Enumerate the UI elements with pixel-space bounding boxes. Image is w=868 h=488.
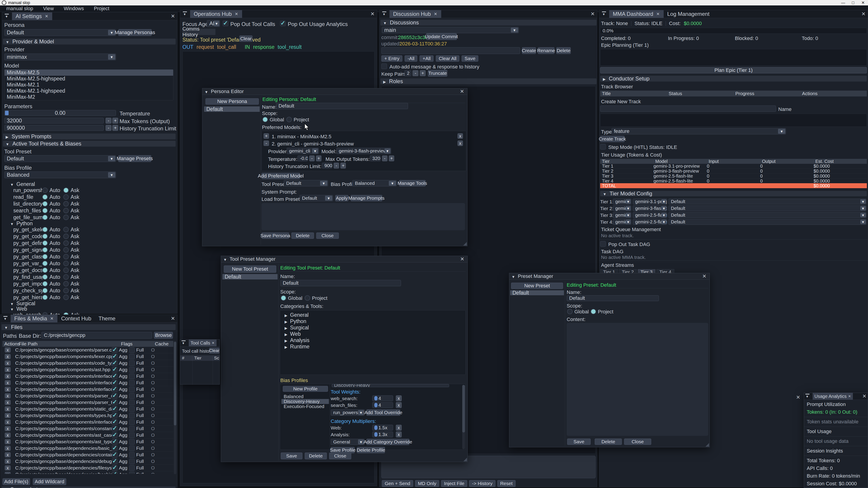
keep-pairs-input[interactable]: 2: [404, 70, 411, 76]
tier-provider-select[interactable]: gemini: [613, 212, 631, 218]
manage-personas-button[interactable]: Manage Personas: [118, 29, 152, 36]
ask-radio[interactable]: [63, 267, 69, 273]
dialog-close-icon[interactable]: [702, 273, 707, 279]
remove-file-button[interactable]: x: [5, 400, 11, 405]
temperature-input[interactable]: -0.0: [298, 156, 308, 161]
discussion-action-button[interactable]: Reset: [497, 480, 516, 487]
tab-discussion-hub[interactable]: Discussion Hub: [390, 10, 441, 18]
remove-file-button[interactable]: x: [5, 420, 11, 424]
preset-list-item[interactable]: Default: [510, 290, 564, 295]
entry-button[interactable]: +All: [420, 55, 434, 62]
tab-theme[interactable]: Theme: [95, 315, 119, 322]
full-checkbox[interactable]: [129, 354, 135, 359]
scope-global-radio[interactable]: [262, 117, 268, 122]
agg-checkbox[interactable]: [112, 459, 118, 464]
persona-name-input[interactable]: Default: [276, 103, 408, 109]
tab-close-icon[interactable]: [44, 13, 49, 19]
remove-file-button[interactable]: x: [5, 361, 11, 365]
history-limit-plus-button[interactable]: +: [112, 125, 118, 131]
delete-persona-button[interactable]: Delete: [291, 232, 314, 239]
tier-provider-select[interactable]: gemini: [613, 219, 631, 225]
agg-checkbox[interactable]: [112, 432, 118, 438]
tab-close-icon[interactable]: [212, 340, 215, 346]
tab-close-icon[interactable]: [235, 11, 239, 17]
panel-close-icon[interactable]: [170, 13, 176, 19]
hist-minus-button[interactable]: -: [334, 163, 339, 168]
resize-grip[interactable]: [463, 458, 467, 461]
entry-button[interactable]: Clear All: [436, 55, 459, 62]
content-textarea[interactable]: [567, 323, 708, 436]
tpm-titlebar[interactable]: Tool Preset Manager: [221, 256, 467, 263]
model-provider-select[interactable]: gemini_cli: [287, 148, 319, 154]
maximize-icon[interactable]: □: [848, 0, 858, 5]
temp-plus-button[interactable]: +: [316, 156, 321, 161]
dock-icon[interactable]: [601, 12, 608, 16]
auto-radio[interactable]: [42, 254, 48, 259]
menu-item[interactable]: Project: [94, 6, 109, 11]
history-limit-input[interactable]: 900000: [4, 125, 104, 131]
ask-radio[interactable]: [63, 194, 69, 200]
persona-editor-titlebar[interactable]: Persona Editor: [202, 88, 467, 95]
dock-icon[interactable]: [3, 317, 9, 321]
tab-close-icon[interactable]: [656, 11, 660, 17]
agg-checkbox[interactable]: [112, 360, 118, 366]
browse-button[interactable]: Browse: [154, 332, 173, 339]
keep-pairs-minus-button[interactable]: -: [412, 70, 418, 76]
tier-model-select[interactable]: gemini-2.5-flash: [633, 212, 667, 218]
slider-handle[interactable]: [5, 111, 8, 115]
full-checkbox[interactable]: [129, 373, 135, 379]
manage-tools-button[interactable]: Manage Tools: [399, 180, 426, 186]
file-table-scrollbar[interactable]: [174, 341, 176, 474]
discussion-select[interactable]: main: [382, 27, 519, 33]
move-down-button[interactable]: -: [264, 140, 269, 146]
category-slider[interactable]: 1.5x: [372, 425, 393, 431]
remove-file-button[interactable]: x: [5, 426, 11, 431]
scope-global-radio[interactable]: [567, 309, 572, 314]
entry-button[interactable]: Save: [462, 55, 478, 62]
remove-file-button[interactable]: x: [5, 413, 11, 418]
category-slider[interactable]: 1.3x: [372, 431, 393, 437]
remove-file-button[interactable]: x: [5, 465, 11, 470]
pm-titlebar[interactable]: Preset Manager: [509, 273, 710, 280]
step-mode-checkbox[interactable]: [600, 144, 606, 150]
agg-checkbox[interactable]: [112, 367, 118, 372]
hist-plus-button[interactable]: +: [340, 163, 346, 168]
discussion-action-button[interactable]: Inject File: [441, 480, 467, 487]
auto-radio[interactable]: [42, 194, 48, 200]
model-select[interactable]: gemini-3-flash-preview: [336, 148, 391, 154]
scope-project-radio[interactable]: [305, 295, 310, 301]
tab-usage-analytics[interactable]: Usage Analytics: [813, 393, 853, 400]
track-name-input[interactable]: [600, 105, 776, 112]
remove-file-button[interactable]: x: [5, 446, 11, 451]
temperature-slider[interactable]: 0.00: [4, 110, 116, 116]
delete-discussion-button[interactable]: Delete: [556, 47, 571, 54]
category-general[interactable]: General: [4, 182, 174, 187]
tab-close-icon[interactable]: [434, 11, 438, 17]
agg-checkbox[interactable]: [112, 380, 118, 386]
system-prompt-textarea[interactable]: [261, 203, 465, 230]
provider-select[interactable]: minimax: [4, 54, 116, 60]
auto-radio[interactable]: [42, 234, 48, 239]
agg-checkbox[interactable]: [112, 393, 118, 399]
stray-close-icon[interactable]: [795, 394, 801, 400]
truncate-button[interactable]: Truncate: [428, 70, 447, 76]
remove-file-button[interactable]: x: [5, 380, 11, 385]
discussion-action-button[interactable]: -> History: [469, 480, 495, 487]
auto-radio[interactable]: [42, 267, 48, 273]
category-override-select[interactable]: General: [331, 439, 365, 445]
ask-radio[interactable]: [63, 274, 69, 280]
full-checkbox[interactable]: [129, 459, 135, 464]
add-category-override-button[interactable]: Add Category Override: [366, 439, 409, 445]
tool-preset-select[interactable]: Default: [4, 155, 116, 162]
window-close-icon[interactable]: [862, 393, 867, 399]
new-profile-button[interactable]: New Profile: [283, 386, 328, 392]
ask-radio[interactable]: [63, 288, 69, 293]
slider-handle[interactable]: [374, 403, 377, 408]
remove-model-2-button[interactable]: x: [458, 140, 463, 146]
remove-model-1-button[interactable]: x: [458, 133, 463, 139]
auto-radio[interactable]: [42, 295, 48, 300]
category-item[interactable]: Analysis: [280, 337, 465, 344]
save-profile-button[interactable]: Save Profile: [331, 447, 355, 453]
epic-planning-textarea[interactable]: [600, 49, 867, 66]
tier-preset-select[interactable]: Default: [669, 199, 866, 204]
